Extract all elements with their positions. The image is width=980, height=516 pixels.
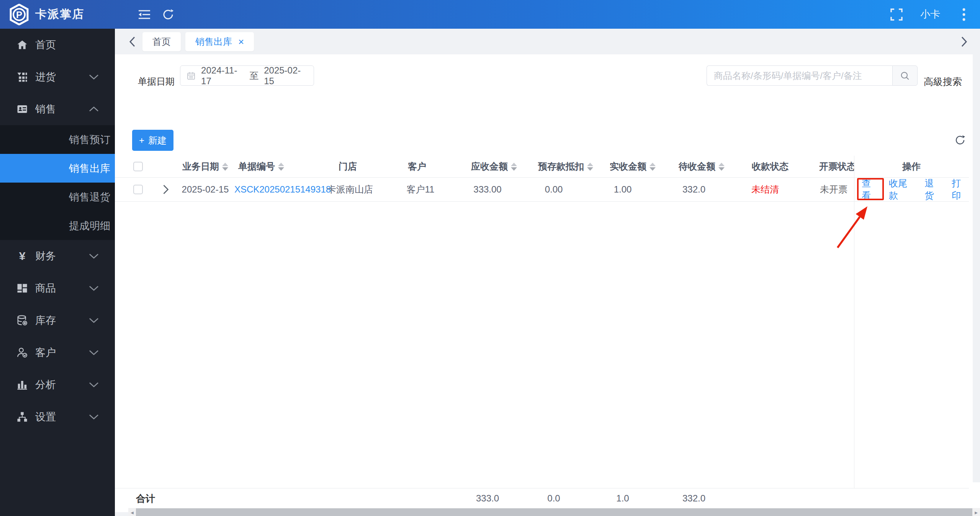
summary-pending: 332.0 bbox=[682, 493, 705, 504]
sidebar-item-goods[interactable]: 商品 bbox=[0, 272, 115, 304]
cell-invoice-status: 未开票 bbox=[820, 183, 847, 196]
chevron-down-icon bbox=[89, 382, 99, 388]
sidebar-item-customer[interactable]: 客户 bbox=[0, 336, 115, 369]
cell-receivable: 333.00 bbox=[473, 184, 501, 195]
sort-icon[interactable] bbox=[718, 163, 725, 171]
summary-receivable: 333.0 bbox=[476, 493, 499, 504]
refresh-icon bbox=[162, 8, 174, 21]
search-button[interactable] bbox=[892, 65, 918, 86]
cell-customer: 客户11 bbox=[407, 183, 435, 196]
scrollbar-left-icon[interactable]: ◂ bbox=[128, 509, 136, 516]
row-expand-icon[interactable] bbox=[163, 185, 169, 194]
top-header-bar: P 卡派掌店 bbox=[0, 0, 980, 29]
col-business-date: 业务日期 bbox=[182, 160, 228, 173]
sidebar-subitem-sales-return[interactable]: 销售退货 bbox=[0, 183, 115, 211]
sidebar-item-inventory[interactable]: 库存 bbox=[0, 304, 115, 336]
purchase-icon bbox=[16, 71, 28, 83]
scrollbar-thumb[interactable] bbox=[136, 508, 972, 516]
app-logo: P 卡派掌店 bbox=[9, 4, 84, 25]
current-username[interactable]: 小卡 bbox=[920, 8, 940, 21]
refresh-page-button[interactable] bbox=[160, 6, 177, 23]
main-content: 首页 销售出库 × 单据日期 2024-11-17 至 bbox=[115, 29, 980, 516]
page-panel: 单据日期 2024-11-17 至 2025-02-15 bbox=[115, 54, 980, 512]
date-range-input[interactable]: 2024-11-17 至 2025-02-15 bbox=[180, 65, 314, 86]
close-tab-icon[interactable]: × bbox=[238, 37, 244, 47]
new-record-button[interactable]: + 新建 bbox=[132, 130, 173, 151]
analytics-barchart-icon bbox=[16, 379, 28, 391]
col-receivable: 应收金额 bbox=[471, 160, 517, 173]
fullscreen-icon bbox=[890, 8, 903, 21]
table-header-row: 业务日期 单据编号 门店 客户 应收金额 预存款抵扣 实 bbox=[115, 156, 969, 178]
finance-yen-icon: ¥ bbox=[16, 250, 28, 262]
collapse-sidebar-button[interactable] bbox=[136, 6, 153, 23]
sidebar-item-label: 财务 bbox=[35, 249, 56, 263]
plus-icon: + bbox=[139, 135, 144, 146]
collapse-menu-icon bbox=[138, 9, 151, 20]
date-filter-label: 单据日期 bbox=[138, 75, 175, 88]
sidebar-item-label: 分析 bbox=[35, 378, 56, 392]
sort-icon[interactable] bbox=[222, 163, 228, 171]
date-end-value: 2025-02-15 bbox=[264, 65, 308, 87]
sort-icon[interactable] bbox=[650, 163, 656, 171]
tab-home[interactable]: 首页 bbox=[142, 32, 181, 51]
action-print-link[interactable]: 打印 bbox=[952, 177, 969, 202]
home-icon bbox=[16, 39, 28, 51]
search-group bbox=[707, 65, 918, 86]
new-button-label: 新建 bbox=[148, 134, 167, 147]
sort-icon[interactable] bbox=[587, 163, 593, 171]
kebab-menu-icon bbox=[962, 8, 965, 21]
action-return-link[interactable]: 退货 bbox=[924, 177, 942, 202]
advanced-search-link[interactable]: 高級搜索 bbox=[924, 75, 962, 88]
chevron-down-icon bbox=[89, 253, 99, 259]
cell-store: 卡派南山店 bbox=[327, 183, 373, 196]
sort-icon[interactable] bbox=[511, 163, 517, 171]
tabs-scroll-right-button[interactable] bbox=[959, 34, 970, 49]
scrollbar-right-icon[interactable]: ▸ bbox=[972, 509, 980, 516]
sidebar-item-finance[interactable]: ¥ 财务 bbox=[0, 240, 115, 272]
chevron-left-icon bbox=[129, 36, 136, 47]
tab-label: 首页 bbox=[152, 36, 171, 48]
search-input[interactable] bbox=[707, 65, 892, 86]
cell-payment-status: 未结清 bbox=[751, 183, 779, 196]
sort-icon[interactable] bbox=[278, 163, 284, 171]
fixed-operation-header: 操作 bbox=[854, 156, 969, 177]
cell-order-no-link[interactable]: XSCK20250215149318 bbox=[234, 184, 331, 195]
row-checkbox[interactable] bbox=[133, 185, 143, 194]
fullscreen-button[interactable] bbox=[888, 6, 905, 23]
app-window: P 卡派掌店 bbox=[0, 0, 980, 516]
chevron-down-icon bbox=[89, 349, 99, 356]
more-menu-button[interactable] bbox=[955, 6, 972, 23]
cell-prepaid-deduction: 0.00 bbox=[545, 184, 563, 195]
refresh-icon bbox=[954, 134, 966, 146]
chevron-up-icon bbox=[89, 106, 99, 112]
horizontal-scrollbar[interactable]: ◂ ▸ bbox=[128, 508, 980, 516]
sidebar-item-settings[interactable]: 设置 bbox=[0, 401, 115, 433]
chevron-down-icon bbox=[89, 285, 99, 291]
goods-grid-icon bbox=[16, 282, 28, 294]
inventory-database-icon bbox=[16, 314, 28, 327]
col-operation: 操作 bbox=[902, 160, 921, 173]
tabs-scroll-left-button[interactable] bbox=[126, 34, 138, 49]
tab-sales-outbound[interactable]: 销售出库 × bbox=[185, 32, 254, 51]
settings-sitemap-icon bbox=[16, 411, 28, 423]
sidebar-subitem-sales-reserve[interactable]: 销售预订 bbox=[0, 125, 115, 154]
right-scroll-gutter bbox=[973, 54, 980, 482]
sidebar-item-label: 客户 bbox=[35, 346, 56, 359]
sidebar-item-purchase[interactable]: 进货 bbox=[0, 61, 115, 93]
chevron-down-icon bbox=[89, 74, 99, 80]
table-refresh-button[interactable] bbox=[953, 133, 967, 147]
sidebar-subitem-sales-outbound[interactable]: 销售出库 bbox=[0, 154, 115, 183]
date-start-value: 2024-11-17 bbox=[201, 65, 244, 87]
action-collect-balance-link[interactable]: 收尾款 bbox=[889, 177, 915, 202]
chevron-down-icon bbox=[89, 317, 99, 323]
select-all-checkbox[interactable] bbox=[133, 162, 143, 171]
sales-submenu: 销售预订 销售出库 销售退货 提成明细 bbox=[0, 125, 115, 240]
sidebar-subitem-commission-detail[interactable]: 提成明细 bbox=[0, 211, 115, 240]
sidebar-item-label: 库存 bbox=[35, 314, 56, 327]
sidebar-item-analytics[interactable]: 分析 bbox=[0, 369, 115, 401]
sidebar-item-home[interactable]: 首页 bbox=[0, 29, 115, 61]
table-row: 2025-02-15 XSCK20250215149318 卡派南山店 客户11… bbox=[115, 178, 969, 202]
col-customer: 客户 bbox=[408, 160, 426, 173]
sidebar-item-sales[interactable]: 销售 bbox=[0, 93, 115, 125]
sidebar-item-label: 商品 bbox=[35, 281, 56, 295]
